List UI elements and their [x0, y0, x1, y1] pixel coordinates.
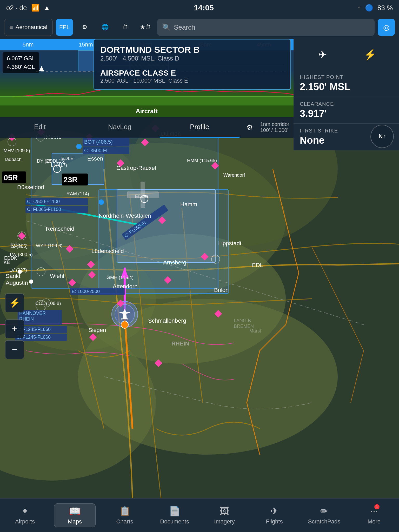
search-placeholder: Search — [174, 23, 195, 31]
minus-icon: − — [12, 344, 17, 355]
route-settings-button[interactable]: ⚙ — [240, 117, 260, 138]
fpl-button[interactable]: FPL — [56, 19, 73, 36]
svg-text:E: 1000-2500: E: 1000-2500 — [72, 289, 100, 294]
tab-profile[interactable]: Profile — [160, 117, 240, 138]
layers-icon: ≡ — [10, 24, 13, 31]
map-area[interactable]: BOT (406.5) C: 3500-FL C: -2500-FL100 C:… — [0, 117, 399, 498]
nav-item-maps[interactable]: 📖 Maps — [54, 503, 96, 527]
maps-label: Maps — [68, 518, 82, 525]
altitude-gsl: 6.067' GSL — [7, 54, 35, 63]
svg-text:EDLE: EDLE — [61, 156, 74, 161]
status-left: o2 · de 📶 ▲ — [6, 4, 50, 12]
arrow-icon: ↑ — [357, 4, 361, 12]
maps-icon: 📖 — [69, 506, 81, 517]
zoom-out-button[interactable]: − — [5, 340, 24, 359]
svg-point-54 — [121, 321, 128, 328]
highest-point-section: HIGHEST POINT 2.150' MSL — [294, 70, 399, 97]
svg-text:Nordrhein-Westfalen: Nordrhein-Westfalen — [99, 212, 151, 219]
svg-text:C: FL065-FL100: C: FL065-FL100 — [27, 207, 61, 212]
svg-text:Sankt: Sankt — [6, 273, 20, 279]
plane-icon-btn[interactable]: ✈ — [312, 44, 333, 65]
scratchpads-icon: ✏ — [320, 506, 328, 517]
tab-navlog[interactable]: NavLog — [80, 117, 159, 138]
search-bar[interactable]: 🔍 Search — [157, 19, 375, 36]
svg-point-52 — [76, 144, 82, 149]
tab-edit[interactable]: Edit — [0, 117, 80, 138]
svg-point-53 — [99, 200, 104, 205]
more-label: More — [368, 518, 381, 525]
nav-item-airports[interactable]: ✦ Airports — [4, 504, 46, 527]
svg-rect-14 — [117, 190, 216, 262]
svg-text:RAM (114): RAM (114) — [66, 191, 89, 196]
svg-text:C: 3500-FL: C: 3500-FL — [84, 148, 109, 153]
svg-text:23R: 23R — [63, 175, 78, 184]
fav-button[interactable]: ★⏱ — [137, 19, 154, 36]
toolbar: ≡ Aeronautical FPL ⚙ 🌐 ⏱ ★⏱ 🔍 Search ◎ — [0, 16, 399, 39]
globe-button[interactable]: 🌐 — [96, 19, 114, 36]
flights-icon: ✈ — [270, 506, 278, 517]
nav-item-scratchpads[interactable]: ✏ ScratchPads — [303, 504, 345, 527]
svg-text:EDLW: EDLW — [135, 194, 148, 199]
location-button[interactable]: ◎ — [378, 19, 395, 36]
svg-text:BREMEN: BREMEN — [234, 324, 254, 329]
popup-title: DORTMUND SECTOR B — [100, 45, 284, 55]
svg-point-56 — [29, 280, 33, 284]
altitude-box: 6.067' GSL 4.380' AGL — [3, 52, 39, 73]
compass-rose[interactable]: N↑ — [370, 125, 394, 148]
imagery-icon: 🖼 — [220, 506, 229, 517]
route-icon-btn[interactable]: ⚡ — [360, 44, 381, 65]
svg-text:LANG B: LANG B — [234, 318, 251, 323]
airports-icon: ✦ — [21, 506, 29, 517]
documents-icon: 📄 — [169, 506, 181, 517]
svg-text:MHV (109.8): MHV (109.8) — [4, 148, 30, 153]
svg-text:Essen: Essen — [87, 155, 103, 162]
nav-item-flights[interactable]: ✈ Flights — [254, 504, 295, 527]
svg-text:RHEIN: RHEIN — [171, 340, 189, 347]
nav-item-documents[interactable]: 📄 Documents — [154, 504, 195, 527]
more-badge-container: ··· 1 — [370, 506, 378, 517]
wifi-icon: 📶 — [31, 4, 39, 12]
battery-label: 83 % — [377, 4, 393, 12]
globe-icon: 🌐 — [102, 24, 109, 31]
timer-button[interactable]: ⏱ — [117, 19, 134, 36]
zoom-in-button[interactable]: + — [5, 320, 24, 338]
svg-text:Lippstadt: Lippstadt — [218, 240, 241, 247]
dist-15nm: 15nm — [79, 41, 93, 48]
signal-icon: ▲ — [44, 4, 50, 12]
svg-text:Lüdenscheid: Lüdenscheid — [91, 248, 124, 254]
status-right: ↑ 🔵 83 % — [357, 4, 393, 12]
popup-divider — [100, 66, 284, 66]
aircraft-label: Aircraft — [0, 105, 294, 117]
popup-subtitle: 2.500' - 4.500' MSL, Class D — [100, 55, 284, 62]
svg-text:Siegen: Siegen — [88, 327, 106, 333]
layers-button[interactable]: ≡ Aeronautical — [4, 19, 53, 36]
more-badge: 1 — [374, 504, 380, 509]
bottom-nav: ✦ Airports 📖 Maps 📋 Charts 📄 Documents 🖼… — [0, 498, 399, 532]
settings-button[interactable]: ⚙ — [76, 19, 93, 36]
svg-text:LI (417): LI (417) — [51, 163, 67, 168]
charts-label: Charts — [116, 518, 133, 525]
nav-item-imagery[interactable]: 🖼 Imagery — [204, 504, 245, 527]
svg-text:ladbach: ladbach — [5, 157, 22, 162]
svg-text:EDL: EDL — [252, 262, 263, 268]
status-bar: o2 · de 📶 ▲ 14:05 ↑ 🔵 83 % — [0, 0, 399, 16]
airspace-popup: DORTMUND SECTOR B 2.500' - 4.500' MSL, C… — [94, 39, 291, 90]
popup-class-title: AIRSPACE CLASS E — [100, 69, 284, 77]
nav-item-charts[interactable]: 📋 Charts — [104, 504, 145, 527]
svg-text:Arnsberg: Arnsberg — [163, 259, 186, 266]
svg-text:Augustin: Augustin — [6, 280, 28, 286]
nav-item-more[interactable]: ··· 1 More — [353, 504, 395, 527]
route-icon-btn-2[interactable]: ⚡ — [5, 294, 24, 312]
route-small-icon: ⚡ — [9, 297, 21, 308]
flights-label: Flights — [266, 518, 283, 525]
svg-text:Marst: Marst — [249, 328, 261, 334]
clearance-section: CLEARANCE 3.917' — [294, 97, 399, 124]
highest-point-label: HIGHEST POINT — [300, 74, 393, 80]
svg-text:Warendorf: Warendorf — [223, 172, 245, 178]
highest-point-value: 2.150' MSL — [300, 81, 393, 92]
svg-text:LJ (365): LJ (365) — [10, 244, 28, 249]
corridor-label: 1nm corridor 100' / 1,000' — [260, 121, 294, 133]
compass-indicator: N↑ — [379, 133, 386, 140]
time-label: 14:05 — [194, 3, 214, 12]
right-panel-icons: ✈ ⚡ — [294, 39, 399, 70]
